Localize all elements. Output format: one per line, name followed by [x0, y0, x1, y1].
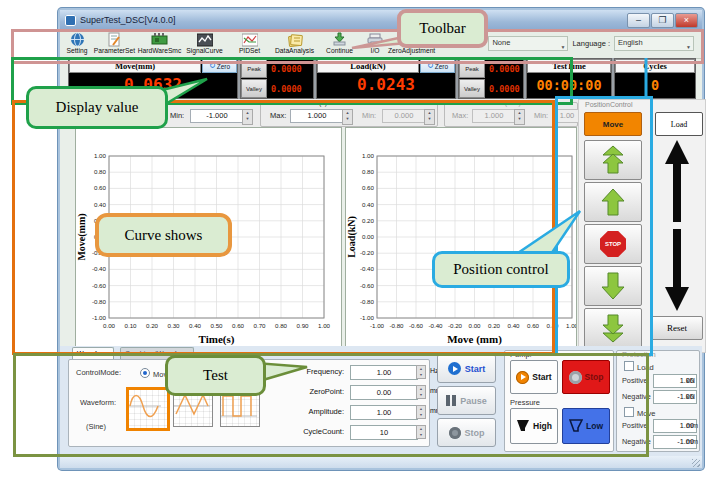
pump-label: Pump:	[510, 350, 532, 359]
svg-text:0.20: 0.20	[146, 322, 159, 329]
frequency-spinner[interactable]: ▲▼	[416, 365, 426, 379]
svg-text:0.80: 0.80	[362, 168, 375, 175]
zeropoint-input[interactable]: 0.00	[350, 385, 418, 400]
cycles-title: Cycles	[615, 59, 695, 73]
cyclecount-spinner[interactable]: ▲▼	[416, 425, 426, 439]
svg-text:0.00: 0.00	[468, 322, 481, 329]
svg-text:-0.60: -0.60	[409, 322, 424, 329]
cyclecount-label: CycleCount:	[266, 427, 344, 436]
svg-text:0.40: 0.40	[189, 322, 202, 329]
position-move-button[interactable]: Move	[584, 112, 642, 136]
pressure-label: Pressure	[510, 398, 540, 407]
toolbar-item-dataanalysis[interactable]: DataAnalysis	[272, 32, 317, 54]
title-bar[interactable]: SuperTest_DSC[V4.0.0] – ❐ ×	[60, 10, 702, 30]
load-peak-valley: Peak 0.0000 Valley 0.0000	[458, 58, 524, 99]
sine-wave-icon	[129, 390, 161, 422]
double-up-arrow-icon	[599, 145, 627, 175]
svg-text:1.00: 1.00	[566, 322, 576, 329]
waveform-label: Waveform:	[80, 398, 116, 407]
svg-text:0.00: 0.00	[362, 233, 375, 240]
max1-input[interactable]: 1.000	[290, 109, 344, 123]
svg-text:0.90: 0.90	[296, 322, 309, 329]
max1-spinner[interactable]: ▲▼	[342, 109, 353, 125]
stop-motion-button[interactable]: STOP	[584, 224, 642, 264]
svg-text:-1.00: -1.00	[92, 314, 107, 321]
amplitude-input[interactable]: 1.00	[350, 405, 418, 420]
load-peak-value: 0.0000	[486, 59, 523, 78]
load-move-chart: -1.00-0.80-0.60-0.40-0.200.000.200.400.6…	[345, 127, 577, 347]
max2-input[interactable]: 1.000	[472, 109, 516, 123]
callout-toolbar: Toolbar	[397, 9, 488, 48]
frequency-input[interactable]: 1.00	[350, 365, 418, 380]
max2-spinner[interactable]: ▲▼	[514, 109, 525, 125]
cyclecount-input[interactable]: 10	[350, 425, 418, 440]
amplitude-spinner[interactable]: ▲▼	[416, 405, 426, 419]
svg-text:-1.00: -1.00	[360, 314, 375, 321]
min2-input[interactable]: 0.000	[382, 109, 426, 123]
language-label: Language :	[572, 39, 610, 48]
toolbar-item-continue[interactable]: Continue	[317, 32, 362, 54]
down-arrow-icon	[599, 271, 627, 301]
load-valley-label[interactable]: Valley	[459, 79, 485, 98]
cycles-value: 0	[615, 73, 695, 98]
svg-text:-1.00: -1.00	[370, 322, 385, 329]
move-valley-value: 0.0000	[268, 79, 313, 98]
play-icon	[448, 362, 461, 375]
protection-load-checkbox[interactable]: Load	[624, 361, 654, 372]
toolbar-item-pidset[interactable]: PIDSet	[227, 32, 272, 54]
app-icon	[65, 15, 76, 26]
pause-icon	[446, 395, 456, 406]
test-stop-button[interactable]: Stop	[437, 418, 496, 447]
zeropoint-spinner[interactable]: ▲▼	[416, 385, 426, 399]
continue-icon	[317, 32, 362, 47]
svg-text:-0.60: -0.60	[92, 282, 107, 289]
pressure-high-button[interactable]: High	[510, 408, 558, 444]
svg-text:0.40: 0.40	[507, 322, 520, 329]
pump-start-button[interactable]: Start	[510, 360, 558, 394]
radio-icon	[140, 368, 150, 378]
resize-grip[interactable]	[692, 459, 700, 467]
sine-wave-button[interactable]	[126, 387, 170, 431]
toolbar-item-io[interactable]: I/O	[362, 32, 388, 54]
min3-input[interactable]: 1.00	[554, 109, 580, 123]
stop-icon	[449, 427, 461, 439]
maximize-button[interactable]: ❐	[651, 13, 674, 28]
test-pause-button[interactable]: Pause	[437, 386, 496, 415]
zero-reset-icon: ↻	[209, 63, 216, 69]
fast-down-button[interactable]	[584, 308, 642, 348]
reset-button[interactable]: Reset	[651, 316, 703, 340]
up-button[interactable]	[584, 182, 642, 222]
pressure-low-button[interactable]: Low	[562, 408, 610, 444]
toolbar-item-hardwaresmc[interactable]: HardWareSmc	[137, 32, 182, 54]
protection-move-checkbox[interactable]: Move	[624, 407, 655, 418]
svg-text:0.80: 0.80	[546, 322, 559, 329]
toolbar-item-signalcurve[interactable]: SignalCurve	[182, 32, 227, 54]
page: SuperTest_DSC[V4.0.0] – ❐ × Setting Para…	[0, 0, 710, 477]
test-start-button[interactable]: Start	[437, 354, 496, 383]
move-peak-label[interactable]: Peak	[241, 59, 267, 78]
close-button[interactable]: ×	[675, 13, 698, 28]
down-button[interactable]	[584, 266, 642, 306]
move-zero-button[interactable]: ↻ Zero	[202, 59, 237, 73]
test-method-dropdown[interactable]: None ▼	[488, 36, 568, 51]
load-peak-label[interactable]: Peak	[459, 59, 485, 78]
toolbar-item-parameterset[interactable]: ParameterSet	[92, 32, 137, 54]
min2-spinner[interactable]: ▲▼	[424, 109, 435, 125]
waveform-name: (Sine)	[86, 422, 106, 431]
language-dropdown[interactable]: English ▼	[614, 36, 694, 51]
svg-text:0.60: 0.60	[232, 322, 245, 329]
cup-filled-icon	[516, 419, 530, 433]
pump-stop-button[interactable]: Stop	[562, 360, 610, 394]
minimize-button[interactable]: –	[627, 13, 650, 28]
load-zero-button[interactable]: ↻ Zero	[420, 59, 455, 73]
toolbar-item-setting[interactable]: Setting	[62, 32, 92, 54]
position-load-button[interactable]: Load	[655, 112, 703, 136]
min1-spinner[interactable]: ▲▼	[242, 109, 253, 125]
move-valley-label[interactable]: Valley	[241, 79, 267, 98]
load-value: 0.0243	[317, 73, 455, 98]
fast-up-button[interactable]	[584, 140, 642, 180]
min1-input[interactable]: -1.000	[190, 109, 244, 123]
checkbox-icon	[624, 407, 634, 417]
data-analysis-icon	[272, 32, 317, 47]
svg-text:-0.80: -0.80	[389, 322, 404, 329]
